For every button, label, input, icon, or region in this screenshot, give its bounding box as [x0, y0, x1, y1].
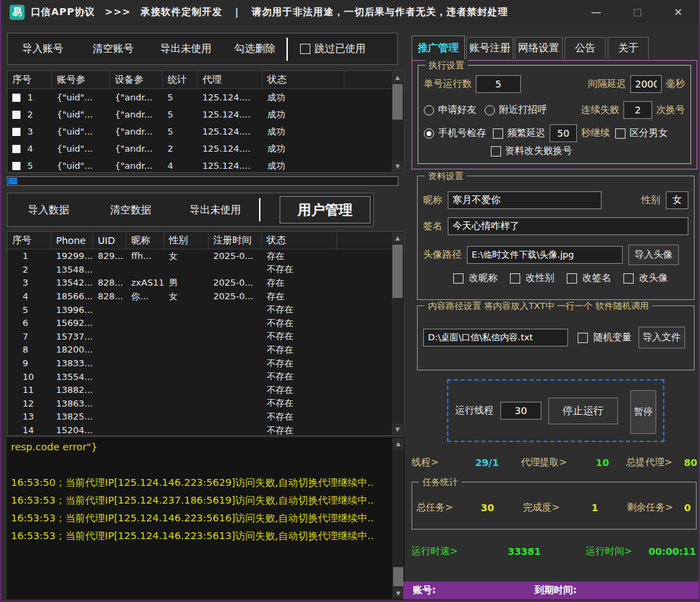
maximize-icon	[634, 9, 641, 16]
col-header[interactable]: 注册时间	[208, 232, 262, 249]
col-header[interactable]: 状态	[262, 232, 337, 249]
scrollbar-thumb[interactable]	[393, 567, 403, 586]
apply-friend-radio[interactable]	[424, 105, 434, 115]
import-data-button[interactable]: 导入数据	[8, 204, 90, 217]
col-header[interactable]: 序号	[8, 71, 52, 88]
nickname-input[interactable]	[448, 191, 602, 209]
fail-input[interactable]	[623, 101, 652, 119]
clear-accounts-button[interactable]: 清空账号	[78, 42, 148, 55]
user-table-row[interactable]: 1213863...不存在	[8, 397, 392, 411]
random-var-checkbox[interactable]	[578, 333, 588, 343]
col-header[interactable]: 序号	[8, 232, 51, 249]
row-checkbox[interactable]	[12, 111, 21, 119]
user-management-button[interactable]: 用户管理	[280, 196, 371, 223]
col-header[interactable]: 设备参	[110, 71, 163, 88]
skip-used-checkbox[interactable]	[300, 44, 310, 54]
tab-notice[interactable]: 公告	[565, 37, 606, 59]
stop-run-button[interactable]: 停止运行	[548, 398, 618, 424]
nearby-greet-radio[interactable]	[485, 105, 495, 115]
per-account-input[interactable]	[476, 75, 521, 93]
account-table-scrollbar[interactable]: ▲ ▼	[392, 72, 403, 172]
account-table-row[interactable]: 4{"uid"...{"andr...2125.124....成功	[8, 140, 392, 157]
content-path-input[interactable]	[423, 329, 568, 346]
user-table-row[interactable]: 313542...828...zxAS11男2025-0...存在	[8, 276, 392, 290]
log-scrollbar[interactable]: ▲ ▼	[392, 438, 404, 599]
col-header[interactable]: 代理	[198, 71, 262, 88]
user-table-row[interactable]: 715737...不存在	[8, 330, 392, 344]
row-checkbox[interactable]	[12, 162, 21, 170]
tab-register[interactable]: 账号注册	[466, 37, 513, 59]
account-table-row[interactable]: 2{"uid"...{"andr...5125.124....成功	[8, 106, 392, 123]
user-table-row[interactable]: 1013554...不存在	[8, 370, 392, 383]
scroll-up-icon[interactable]: ▲	[392, 232, 403, 243]
user-table-row[interactable]: 1313825...不存在	[8, 410, 392, 424]
import-avatar-button[interactable]: 导入头像	[628, 245, 679, 265]
gender-input[interactable]	[666, 191, 688, 209]
user-table-scrollbar[interactable]: ▲ ▼	[392, 232, 403, 435]
status-cell: 不存在	[262, 303, 337, 316]
scroll-up-icon[interactable]: ▲	[392, 72, 403, 83]
avatar-path-input[interactable]	[467, 246, 623, 264]
scroll-down-icon[interactable]: ▼	[392, 161, 403, 172]
user-table-row[interactable]: 513996...不存在	[8, 303, 392, 316]
change-avatar-checkbox[interactable]	[623, 273, 634, 284]
clear-data-button[interactable]: 清空数据	[90, 204, 172, 217]
user-table-row[interactable]: 1415204...不存在	[8, 424, 392, 435]
freq-delay-input[interactable]	[550, 124, 577, 142]
gender-split-checkbox[interactable]	[615, 128, 625, 139]
import-accounts-button[interactable]: 导入账号	[8, 42, 78, 55]
title-pipe: ｜	[232, 6, 243, 18]
account-table-row[interactable]: 3{"uid"...{"andr...5125.124....成功	[8, 123, 392, 140]
minimize-button[interactable]: —	[576, 0, 617, 25]
user-table-row[interactable]: 913833...不存在	[8, 357, 392, 370]
import-file-button[interactable]: 导入文件	[638, 327, 685, 348]
log-line: 16:53:53；当前代理IP[125.124.146.223:5613]访问失…	[11, 529, 390, 543]
col-header[interactable]: 账号参	[52, 71, 110, 88]
col-header[interactable]: Phone	[51, 232, 93, 249]
phone-check-radio[interactable]	[424, 128, 434, 139]
content-row: 随机变量 导入文件	[423, 327, 688, 348]
account-table-row[interactable]: 5{"uid"...{"andr...4125.124....成功	[8, 157, 392, 172]
change-gender-checkbox[interactable]	[510, 273, 520, 284]
row-checkbox[interactable]	[12, 145, 21, 153]
profile-fail-checkbox[interactable]	[491, 146, 501, 156]
scrollbar-thumb[interactable]	[392, 245, 403, 298]
row-checkbox[interactable]	[12, 94, 21, 102]
user-table-row[interactable]: 119299...829...ffh...女2025-0...存在	[8, 249, 392, 263]
account-table-row[interactable]: 1{"uid"...{"andr...5125.124....成功	[8, 89, 392, 106]
scrollbar-thumb[interactable]	[392, 84, 403, 120]
scroll-down-icon[interactable]: ▼	[392, 424, 403, 435]
export-unused-accounts-button[interactable]: 导出未使用	[148, 42, 224, 55]
export-unused-data-button[interactable]: 导出未使用	[172, 204, 259, 217]
tab-network[interactable]: 网络设置	[515, 37, 563, 59]
change-sign-checkbox[interactable]	[567, 273, 577, 284]
delete-checked-button[interactable]: 勾选删除	[224, 42, 286, 55]
user-table-row[interactable]: 418566...828...你...女2025-0...存在	[8, 290, 392, 303]
toolbar-divider	[286, 38, 288, 61]
user-table-row[interactable]: 213548...不存在	[8, 263, 392, 277]
user-table-row[interactable]: 615692...不存在	[8, 316, 392, 330]
col-header[interactable]: UID	[93, 232, 126, 249]
maximize-button[interactable]	[617, 0, 658, 25]
col-header[interactable]: 统计	[163, 71, 198, 88]
col-header[interactable]: 性别	[164, 232, 208, 249]
scroll-down-icon[interactable]: ▼	[392, 588, 404, 599]
tab-about[interactable]: 关于	[608, 37, 649, 59]
freq-delay-checkbox[interactable]	[493, 128, 503, 139]
user-table-row[interactable]: 1113882...不存在	[8, 383, 392, 397]
scroll-up-icon[interactable]: ▲	[392, 438, 404, 449]
col-header[interactable]: 昵称	[126, 232, 164, 249]
log-output[interactable]: resp.code error"}16:53:50；当前代理IP[125.124…	[11, 440, 390, 598]
close-button[interactable]: ✕	[658, 0, 699, 25]
user-table-row[interactable]: 818200...不存在	[8, 343, 392, 357]
pause-button[interactable]: 暂停	[630, 390, 656, 434]
tab-promotion[interactable]: 推广管理	[412, 36, 465, 60]
row-checkbox[interactable]	[12, 128, 21, 136]
run-speed-label: 运行时速>	[412, 545, 473, 558]
col-header[interactable]: 状态	[262, 71, 345, 88]
interval-input[interactable]	[630, 75, 662, 93]
change-nick-checkbox[interactable]	[453, 273, 463, 284]
proxy-cell: 125.124....	[198, 109, 262, 120]
signature-input[interactable]	[448, 217, 688, 235]
thread-count-input[interactable]	[500, 402, 541, 420]
